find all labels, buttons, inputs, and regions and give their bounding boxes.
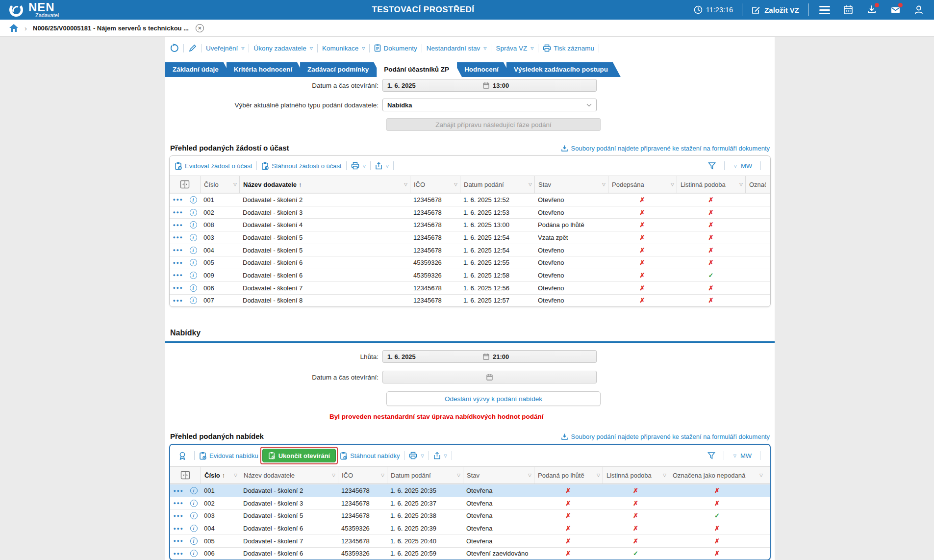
table-row[interactable]: ●●●i001Dodavatel - školení 2123456781. 6… (170, 484, 770, 497)
info-icon[interactable]: i (186, 221, 200, 229)
column-filter-icon[interactable]: ▽ (739, 182, 743, 187)
menu-nestandardni-stav[interactable]: Nestandardní stav▽ (427, 45, 487, 52)
menu-ukony-zadavatele[interactable]: Úkony zadavatele▽ (253, 45, 312, 52)
row-menu-icon[interactable]: ●●● (170, 235, 186, 240)
column-filter-icon[interactable]: ▽ (381, 473, 384, 478)
app-logo[interactable]: NEN Zadavatel (8, 1, 59, 18)
history-button[interactable] (170, 44, 179, 52)
menu-dokumenty[interactable]: Dokumenty (374, 44, 417, 52)
row-menu-icon[interactable]: ●●● (170, 223, 186, 228)
tab-zakladni-udaje[interactable]: Základní údaje (165, 62, 231, 77)
start-next-phase-button[interactable]: Zahájit přípravu následující fáze podání (386, 118, 601, 131)
tab-vysledek[interactable]: Výsledek zadávacího postupu (506, 62, 621, 77)
column-chooser-icon[interactable] (170, 176, 200, 193)
column-filter-icon[interactable]: ▽ (602, 182, 606, 187)
submission-type-select[interactable]: Nabídka (382, 99, 597, 111)
download-requests-button[interactable]: Stáhnout žádosti o účast (261, 162, 341, 170)
column-filter-icon[interactable]: ▽ (332, 473, 335, 478)
column-header-ico[interactable]: IČO▽ (338, 467, 387, 484)
column-header-nazev[interactable]: Název dodavatele▽ (240, 467, 338, 484)
row-menu-icon[interactable]: ●●● (170, 538, 187, 543)
row-menu-icon[interactable]: ●●● (170, 210, 186, 215)
column-chooser-icon[interactable] (170, 467, 201, 484)
info-icon[interactable]: i (187, 537, 201, 545)
table-row[interactable]: ●●●i006Dodavatel - školení 7123456781. 6… (170, 281, 770, 294)
deadline-field[interactable]: 1. 6. 2025 21:00 (382, 350, 597, 363)
table-row[interactable]: ●●●i003Dodavatel - školení 5123456781. 6… (170, 231, 770, 244)
column-filter-icon[interactable]: ▽ (663, 473, 666, 478)
info-icon[interactable]: i (186, 247, 200, 254)
info-icon[interactable]: i (186, 234, 200, 241)
print-table-button[interactable]: ▽ (409, 452, 424, 459)
column-header-listinna[interactable]: Listinná podoba▽ (603, 467, 669, 484)
view-dropdown-icon[interactable]: ▽ (733, 454, 736, 458)
tab-kriteria-hodnoceni[interactable]: Kritéria hodnocení (227, 62, 305, 77)
edit-record-button[interactable] (188, 44, 197, 52)
column-header-podepsana[interactable]: Podepsána▽ (608, 176, 677, 193)
register-request-button[interactable]: Evidovat žádost o účast (175, 162, 252, 170)
table-row[interactable]: ●●●i003Dodavatel - školení 5123456781. 6… (170, 509, 770, 522)
row-menu-icon[interactable]: ●●● (170, 285, 186, 290)
info-icon[interactable]: i (187, 525, 201, 532)
table-row[interactable]: ●●●i005Dodavatel - školení 6453593261. 6… (170, 256, 770, 269)
calendar-icon[interactable] (483, 82, 489, 89)
offers-opening-field[interactable] (382, 371, 597, 383)
filter-funnel-icon[interactable] (708, 162, 716, 170)
info-icon[interactable]: i (186, 284, 200, 292)
info-icon[interactable]: i (187, 500, 201, 507)
table-row[interactable]: ●●●i007Dodavatel - školení 8123456781. 6… (170, 294, 770, 307)
offers-files-link[interactable]: Soubory podání najdete připravené ke sta… (561, 433, 770, 440)
info-icon[interactable]: i (186, 209, 200, 216)
table-row[interactable]: ●●●i005Dodavatel - školení 7123456781. 6… (170, 535, 770, 547)
table-row[interactable]: ●●●i002Dodavatel - školení 3123456781. 6… (170, 497, 770, 509)
column-header-nazev[interactable]: Název dodavatele↑▽ (239, 176, 410, 193)
column-header-cislo[interactable]: Číslo▽ (200, 176, 239, 193)
tab-podani-ucastniku[interactable]: Podání účastníků ZP (377, 62, 462, 77)
row-menu-icon[interactable]: ●●● (170, 260, 186, 265)
view-dropdown-icon[interactable]: ▽ (734, 164, 737, 168)
calendar-button[interactable] (841, 2, 856, 17)
downloads-button[interactable] (864, 2, 879, 17)
register-offer-button[interactable]: Evidovat nabídku (199, 452, 258, 460)
mw-view-button[interactable]: MW (741, 162, 752, 170)
requests-files-link[interactable]: Soubory podání najdete připravené ke sta… (561, 145, 770, 152)
table-row[interactable]: ●●●i002Dodavatel - školení 3123456781. 6… (170, 206, 770, 219)
menu-uverejneni[interactable]: Uveřejnění▽ (206, 45, 244, 52)
messages-button[interactable] (888, 2, 903, 17)
row-menu-icon[interactable]: ●●● (170, 501, 187, 506)
table-row[interactable]: ●●●i009Dodavatel - školení 6453593261. 6… (170, 269, 770, 281)
row-menu-icon[interactable]: ●●● (170, 273, 186, 278)
menu-sprava-vz[interactable]: Správa VZ▽ (496, 45, 533, 52)
export-table-button[interactable]: ▽ (433, 452, 447, 459)
column-header-ico[interactable]: IČO▽ (410, 176, 460, 193)
row-menu-icon[interactable]: ●●● (170, 248, 186, 253)
column-header-listinna[interactable]: Listinná podoba▽ (677, 176, 745, 193)
row-menu-icon[interactable]: ●●● (170, 526, 187, 531)
print-table-button[interactable]: ▽ (351, 162, 366, 170)
column-filter-icon[interactable]: ▽ (597, 473, 600, 478)
row-menu-icon[interactable]: ●●● (170, 513, 187, 518)
menu-button[interactable] (817, 2, 832, 17)
column-header-oznacena[interactable]: Označena jako nepodaná▽ (669, 467, 765, 484)
profile-button[interactable] (911, 2, 926, 17)
column-header-stav[interactable]: Stav▽ (534, 176, 608, 193)
row-menu-icon[interactable]: ●●● (170, 298, 186, 303)
end-opening-button[interactable]: Ukončit otevírání (262, 449, 336, 462)
info-icon[interactable]: i (186, 259, 200, 266)
breadcrumb-item[interactable]: N006/25/V00005181 - Nájem serverů s tech… (33, 25, 189, 32)
table-row[interactable]: ●●●i008Dodavatel - školení 4123456781. 6… (170, 218, 770, 231)
filter-funnel-icon[interactable] (707, 452, 715, 459)
calendar-icon[interactable] (486, 374, 493, 381)
info-icon[interactable]: i (186, 272, 200, 279)
column-filter-icon[interactable]: ▽ (529, 182, 532, 187)
calendar-icon[interactable] (483, 353, 489, 360)
table-row[interactable]: ●●●i004Dodavatel - školení 5123456781. 6… (170, 244, 770, 256)
mw-view-button[interactable]: MW (740, 452, 752, 459)
column-header-stav[interactable]: Stav▽ (463, 467, 534, 484)
info-icon[interactable]: i (186, 196, 200, 204)
table-row[interactable]: ●●●i004Dodavatel - školení 6453593261. 6… (170, 522, 770, 535)
info-icon[interactable]: i (186, 297, 200, 304)
row-menu-icon[interactable]: ●●● (170, 551, 187, 556)
column-filter-icon[interactable]: ▽ (528, 473, 531, 478)
column-filter-icon[interactable]: ▽ (233, 182, 237, 187)
